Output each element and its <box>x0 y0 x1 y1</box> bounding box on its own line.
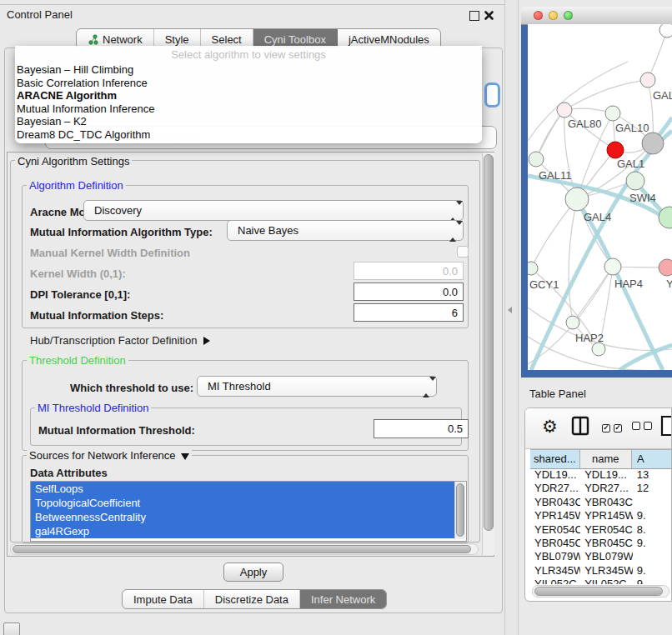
table-horizontal-scrollbar-thumb[interactable] <box>534 587 663 596</box>
minimize-window-icon[interactable] <box>549 11 558 20</box>
network-node[interactable] <box>605 106 620 121</box>
unselect-all-columns-icon[interactable] <box>632 420 652 432</box>
table-cell: 9. <box>633 509 672 522</box>
data-attributes-list[interactable]: SelfLoopsTopologicalCoefficientBetweenne… <box>30 481 467 542</box>
network-node[interactable] <box>659 24 672 38</box>
settings-horizontal-scrollbar-thumb[interactable] <box>13 545 471 553</box>
network-edge[interactable] <box>573 267 613 322</box>
dpi-tolerance-field[interactable]: 0.0 <box>354 282 464 301</box>
network-node[interactable] <box>642 132 664 154</box>
panel-splitter[interactable] <box>504 0 519 635</box>
aracne-mode-combo[interactable]: Discovery <box>83 200 464 221</box>
network-node[interactable] <box>592 342 605 356</box>
column-header-name[interactable]: name <box>580 449 632 468</box>
network-node[interactable] <box>557 102 572 118</box>
mi-threshold-label: Mutual Information Threshold: <box>38 424 195 437</box>
network-node[interactable] <box>529 152 544 167</box>
table-row[interactable]: YER054CYER054C8. <box>530 523 672 537</box>
table-row[interactable]: YPR145WYPR145W9. <box>530 509 672 522</box>
table-horizontal-scrollbar[interactable] <box>532 585 669 598</box>
algorithm-option[interactable]: Bayesian – Hill Climbing <box>15 63 482 77</box>
attribute-list-item[interactable]: SelfLoops <box>31 482 455 496</box>
network-node-label: GAL11 <box>539 169 572 182</box>
attribute-list-item[interactable]: TopologicalCoefficient <box>31 496 455 510</box>
docked-panel-icon[interactable] <box>3 622 20 635</box>
network-node[interactable] <box>607 142 624 158</box>
network-icon <box>88 34 98 45</box>
network-node-label: GCY1 <box>529 278 559 291</box>
close-panel-icon[interactable] <box>484 10 494 21</box>
mi-threshold-field[interactable]: 0.5 <box>374 419 469 438</box>
network-edge[interactable] <box>648 30 667 80</box>
algorithm-definition-title: Algorithm Definition <box>27 179 126 192</box>
kernel-width-field[interactable]: 0.0 <box>354 262 464 280</box>
network-node[interactable] <box>566 316 579 329</box>
network-node[interactable] <box>565 188 589 211</box>
table-cell: YBR043C <box>580 496 633 509</box>
table-cell: YIL052C <box>580 578 633 584</box>
column-header-partial[interactable]: A <box>632 449 672 468</box>
table-cell: 13 <box>633 468 672 482</box>
zoom-window-icon[interactable] <box>564 11 573 20</box>
network-edge[interactable] <box>531 199 577 268</box>
network-node[interactable] <box>640 72 655 88</box>
network-node[interactable] <box>528 262 538 275</box>
settings-vertical-scrollbar-thumb[interactable] <box>484 154 494 531</box>
algorithm-option[interactable]: Mutual Information Inference <box>15 102 482 116</box>
table-row[interactable]: YDL19...YDL19...13 <box>530 468 672 482</box>
manual-kernel-width-label: Manual Kernel Width Definition <box>30 247 190 259</box>
mi-algorithm-type-combo[interactable]: Naive Bayes <box>227 220 464 241</box>
tab-infer-network[interactable]: Infer Network <box>300 590 386 608</box>
network-edge[interactable] <box>536 110 564 159</box>
table-row[interactable]: YIL052CYIL052C9. <box>530 578 672 584</box>
settings-vertical-scrollbar[interactable] <box>482 152 494 555</box>
tab-discretize-data[interactable]: Discretize Data <box>204 590 300 608</box>
algorithm-option[interactable]: ARACNE Algorithm <box>15 89 482 102</box>
network-edge[interactable] <box>536 110 564 159</box>
attributes-list-scrollbar[interactable] <box>454 482 465 539</box>
table-cell: 9. <box>633 537 672 550</box>
algorithm-option[interactable]: Basic Correlation Inference <box>15 77 482 90</box>
table-row[interactable]: YLR345WYLR345W9. <box>530 564 672 578</box>
table-row[interactable]: YBL079WYBL079W <box>530 550 672 563</box>
settings-horizontal-scrollbar[interactable] <box>10 543 479 555</box>
which-threshold-combo[interactable]: MI Threshold <box>197 376 437 397</box>
attribute-list-item[interactable]: gal4RGexp <box>31 524 455 538</box>
mi-steps-field[interactable]: 6 <box>354 303 464 322</box>
network-edge[interactable] <box>569 199 577 322</box>
table-toolbar: ⚙ ✓✓ <box>525 408 671 449</box>
split-columns-icon[interactable] <box>571 416 589 436</box>
table-row[interactable]: YDR27...YDR27...12 <box>530 482 672 495</box>
attribute-list-item[interactable]: BetweennessCentrality <box>31 510 455 524</box>
new-table-icon[interactable] <box>660 415 672 437</box>
splitter-collapse-icon[interactable] <box>508 307 512 313</box>
close-window-icon[interactable] <box>534 11 543 20</box>
tab-impute-data[interactable]: Impute Data <box>123 590 204 608</box>
algorithm-option[interactable]: Bayesian – K2 <box>15 115 482 128</box>
gear-icon[interactable]: ⚙ <box>542 415 558 438</box>
table-header-row: shared... name A <box>530 449 672 469</box>
attributes-list-scrollbar-thumb[interactable] <box>456 483 464 537</box>
table-cell: YLR345W <box>580 564 633 578</box>
algorithm-option[interactable]: Dream8 DC_TDC Algorithm <box>15 128 482 142</box>
network-node[interactable] <box>626 172 644 190</box>
network-window-titlebar[interactable] <box>521 7 672 25</box>
float-panel-icon[interactable] <box>469 11 479 21</box>
select-all-columns-icon[interactable]: ✓✓ <box>602 420 622 432</box>
hub-definition-expander[interactable]: Hub/Transcription Factor Definition <box>30 334 210 347</box>
network-node[interactable] <box>659 259 672 276</box>
manual-kernel-width-checkbox[interactable] <box>457 246 469 258</box>
network-node[interactable] <box>604 258 621 275</box>
column-header-shared-name[interactable]: shared... <box>530 449 580 468</box>
kernel-width-label: Kernel Width (0,1): <box>30 268 126 280</box>
table-row[interactable]: YBR043CYBR043C <box>530 496 672 509</box>
apply-button[interactable]: Apply <box>223 562 283 582</box>
sources-expander[interactable]: Sources for Network Inference <box>27 449 192 462</box>
table-cell: YDR27... <box>530 482 580 495</box>
network-edge[interactable] <box>564 80 648 110</box>
stepper-arrows-icon <box>449 205 456 218</box>
network-view-canvas[interactable]: GALGAL80GAL10GAL1GAL11SWI4GAL4GCY1HAP4YH… <box>528 24 672 370</box>
table-body[interactable]: YDL19...YDL19...13YDR27...YDR27...12YBR0… <box>530 468 672 584</box>
inference-algorithm-combo-sliver[interactable] <box>484 82 500 108</box>
table-row[interactable]: YBR045CYBR045C9. <box>530 537 672 550</box>
